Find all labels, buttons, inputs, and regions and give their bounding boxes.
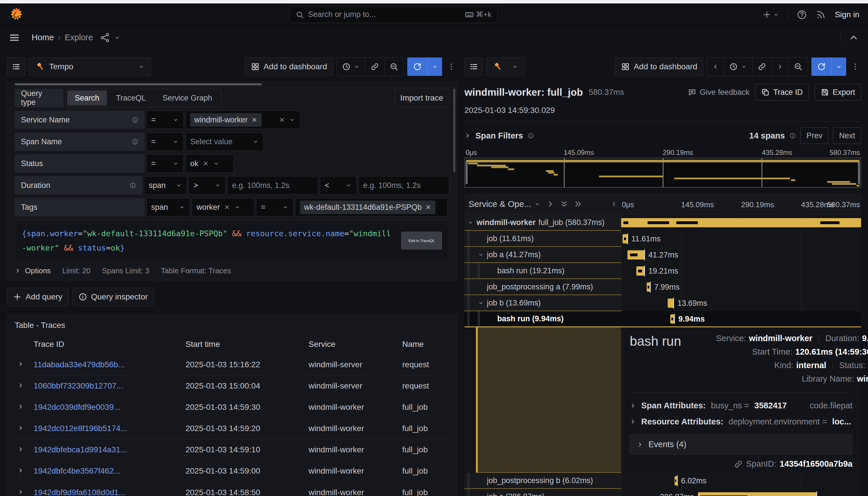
span-bar[interactable] (668, 298, 673, 308)
span-row[interactable]: bash run (19.21ms)19.21ms (464, 263, 861, 279)
span-name-cell[interactable]: job_postprocessing b (6.02ms) (464, 473, 621, 489)
shift-forward-button[interactable] (772, 58, 789, 76)
row-expand-icon[interactable] (17, 489, 24, 495)
span-bar-cell[interactable]: 286.87ms (621, 489, 861, 496)
span-bar-cell[interactable]: 13.69ms (621, 295, 861, 311)
clear-icon[interactable] (203, 160, 209, 167)
duration-min-field[interactable] (232, 181, 313, 190)
import-trace-button[interactable]: Import trace (394, 89, 449, 107)
duration-max-input[interactable] (358, 176, 449, 195)
span-bar-cell[interactable]: 6.02ms (621, 473, 861, 489)
shift-back-button[interactable] (707, 58, 724, 76)
table-row[interactable]: 1942dbfebca1d9914a31...2025-01-03 14:59:… (15, 439, 449, 460)
table-row[interactable]: 1942dc012e8f196b5174...2025-01-03 14:59:… (15, 418, 449, 439)
span-row[interactable]: job c (286.87ms)286.87ms (464, 489, 861, 496)
trace-id-button[interactable]: Trace ID (755, 84, 809, 100)
service-chip[interactable]: windmill-worker (190, 113, 262, 127)
span-row[interactable]: job a (41.27ms)41.27ms (464, 247, 861, 263)
menu-icon[interactable] (9, 32, 19, 43)
tab-search[interactable]: Search (67, 91, 107, 106)
give-feedback-link[interactable]: Give feedback (688, 88, 749, 97)
duration-lt-select[interactable]: < (320, 176, 357, 195)
span-name-cell[interactable]: job c (286.87ms) (464, 489, 621, 496)
span-filters-label[interactable]: Span Filters (475, 131, 523, 141)
span-bar[interactable] (622, 234, 627, 244)
sign-in-link[interactable]: Sign in (835, 10, 859, 19)
tags-scope-select[interactable]: span (146, 198, 190, 216)
span-bar[interactable] (636, 266, 645, 276)
expand-one-icon[interactable] (546, 200, 555, 208)
span-name-cell[interactable]: job_postprocessing a (7.99ms) (464, 279, 621, 295)
col-start-time[interactable]: Start time (183, 334, 306, 354)
search-input[interactable] (308, 10, 461, 19)
sync-times-button[interactable] (753, 58, 772, 76)
resource-attributes-row[interactable]: Resource Attributes:deployment.environme… (630, 417, 852, 427)
collapse-all-icon[interactable] (560, 200, 569, 208)
row-expand-icon[interactable] (17, 382, 24, 389)
span-bar-cell[interactable]: 19.21ms (621, 263, 861, 279)
span-name-cell[interactable]: bash run (9.94ms) (464, 311, 621, 326)
pane-kebab-menu[interactable] (850, 62, 861, 71)
col-service[interactable]: Service (306, 334, 400, 354)
zoom-out-button[interactable] (385, 58, 404, 76)
share-icon[interactable] (100, 32, 110, 43)
query-outline-button[interactable] (7, 58, 25, 76)
span-row[interactable]: windmill-workerfull_job (580.37ms) (464, 215, 861, 231)
tags-op-select[interactable]: = (256, 198, 293, 216)
span-row[interactable]: job_postprocessing b (6.02ms)6.02ms (464, 473, 861, 489)
minimap-canvas[interactable] (464, 158, 861, 188)
clear-icon[interactable] (279, 117, 285, 123)
add-to-dashboard-button[interactable]: Add to dashboard (615, 58, 703, 76)
chevron-down-icon[interactable] (114, 34, 121, 41)
sync-times-button[interactable] (365, 58, 385, 76)
span-name-cell[interactable]: job b (13.69ms) (464, 295, 621, 311)
minimap-right-handle[interactable] (858, 161, 860, 184)
new-menu-button[interactable] (762, 10, 779, 19)
global-search[interactable]: ⌘+k (290, 6, 497, 23)
span-bar[interactable] (621, 218, 861, 227)
span-name-cell[interactable]: windmill-workerfull_job (580.37ms) (464, 215, 621, 231)
trace-id-link[interactable]: 1942dbfc4be3567f462... (31, 460, 183, 482)
options-toggle[interactable]: Options (15, 266, 51, 275)
span-bar-cell[interactable]: 7.99ms (621, 279, 861, 295)
row-expand-icon[interactable] (17, 446, 24, 452)
trace-id-link[interactable]: 1942dbf9d9fa6108d0d1... (31, 482, 183, 496)
tags-value-chip[interactable]: wk-default-133114d6a91e-PSPQb (300, 201, 435, 214)
vertical-scrollbar[interactable] (453, 89, 455, 172)
breadcrumb-explore[interactable]: Explore (65, 33, 93, 42)
span-name-cell[interactable]: job (11.61ms) (464, 231, 621, 247)
minimap-left-handle[interactable] (466, 161, 468, 184)
col-trace-id[interactable]: Trace ID (31, 334, 183, 354)
span-bar[interactable] (670, 314, 674, 324)
table-row[interactable]: 11dabada33e479db56b...2025-01-03 15:16:2… (15, 354, 449, 375)
chevron-right-icon[interactable] (464, 133, 471, 139)
events-toggle[interactable]: Events (4) (630, 434, 852, 455)
clear-icon[interactable] (224, 204, 230, 210)
tags-value-select[interactable]: wk-default-133114d6a91e-PSPQb (295, 198, 448, 216)
span-bar-cell[interactable]: 11.61ms (621, 231, 861, 247)
news-rss-icon[interactable] (816, 10, 826, 20)
query-outline-button[interactable] (464, 58, 483, 76)
datasource-picker-mini[interactable] (486, 58, 524, 76)
span-row[interactable]: bash run (9.94ms)9.94ms (464, 311, 861, 327)
add-query-button[interactable]: Add query (7, 288, 68, 306)
trace-id-link[interactable]: 1060bbf732309b12707... (31, 375, 183, 397)
span-bar[interactable] (627, 250, 645, 260)
trace-id-link[interactable]: 1942dc012e8f196b5174... (31, 418, 183, 439)
close-icon[interactable] (251, 117, 258, 123)
row-expand-icon[interactable] (17, 467, 24, 474)
collapse-icon[interactable] (478, 300, 484, 306)
export-button[interactable]: Export (815, 84, 861, 100)
collapse-icon[interactable] (478, 251, 484, 258)
status-value-select[interactable]: ok (185, 154, 234, 173)
table-row[interactable]: 1060bbf732309b12707...2025-01-03 15:00:0… (15, 375, 449, 397)
datasource-picker[interactable]: Tempo (29, 58, 151, 76)
collapse-up-icon[interactable] (849, 32, 859, 43)
row-expand-icon[interactable] (17, 425, 24, 431)
service-op-select[interactable]: = (146, 111, 184, 129)
span-name-cell[interactable]: job a (41.27ms) (464, 247, 621, 263)
horizontal-scrollbar[interactable] (15, 83, 262, 86)
duration-gt-select[interactable]: > (188, 176, 225, 195)
trace-id-link[interactable]: 1942dc039dfdf9e0039... (31, 397, 183, 418)
span-row[interactable]: job b (13.69ms)13.69ms (464, 295, 861, 311)
